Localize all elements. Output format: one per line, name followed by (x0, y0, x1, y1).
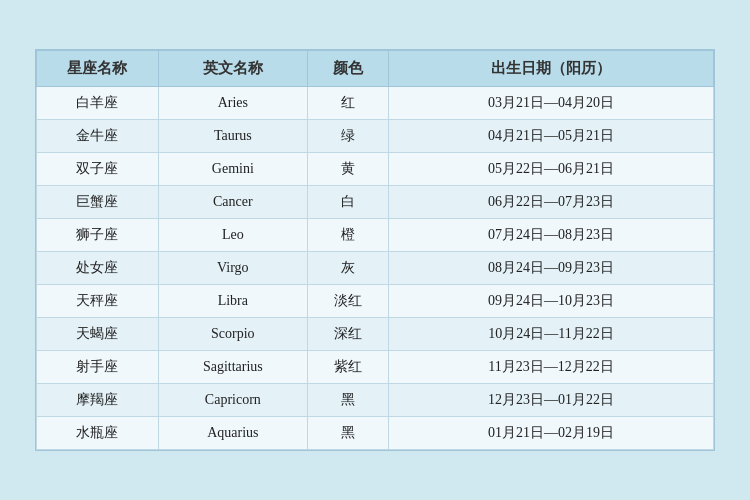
table-row: 金牛座Taurus绿04月21日—05月21日 (37, 120, 714, 153)
cell-zh-name: 摩羯座 (37, 384, 159, 417)
cell-date: 04月21日—05月21日 (389, 120, 714, 153)
cell-color: 灰 (307, 252, 388, 285)
cell-en-name: Capricorn (158, 384, 307, 417)
table-row: 摩羯座Capricorn黑12月23日—01月22日 (37, 384, 714, 417)
cell-date: 05月22日—06月21日 (389, 153, 714, 186)
cell-date: 11月23日—12月22日 (389, 351, 714, 384)
cell-date: 01月21日—02月19日 (389, 417, 714, 450)
cell-en-name: Aries (158, 87, 307, 120)
table-row: 巨蟹座Cancer白06月22日—07月23日 (37, 186, 714, 219)
cell-zh-name: 双子座 (37, 153, 159, 186)
cell-zh-name: 金牛座 (37, 120, 159, 153)
cell-en-name: Virgo (158, 252, 307, 285)
cell-zh-name: 巨蟹座 (37, 186, 159, 219)
cell-color: 紫红 (307, 351, 388, 384)
cell-en-name: Taurus (158, 120, 307, 153)
cell-color: 深红 (307, 318, 388, 351)
cell-zh-name: 射手座 (37, 351, 159, 384)
table-row: 白羊座Aries红03月21日—04月20日 (37, 87, 714, 120)
cell-color: 黄 (307, 153, 388, 186)
cell-en-name: Cancer (158, 186, 307, 219)
cell-date: 12月23日—01月22日 (389, 384, 714, 417)
cell-date: 08月24日—09月23日 (389, 252, 714, 285)
cell-color: 黑 (307, 384, 388, 417)
cell-en-name: Scorpio (158, 318, 307, 351)
cell-en-name: Sagittarius (158, 351, 307, 384)
header-zh-name: 星座名称 (37, 51, 159, 87)
cell-color: 淡红 (307, 285, 388, 318)
cell-color: 白 (307, 186, 388, 219)
table-row: 射手座Sagittarius紫红11月23日—12月22日 (37, 351, 714, 384)
table-row: 处女座Virgo灰08月24日—09月23日 (37, 252, 714, 285)
cell-date: 07月24日—08月23日 (389, 219, 714, 252)
cell-zh-name: 水瓶座 (37, 417, 159, 450)
cell-zh-name: 白羊座 (37, 87, 159, 120)
table-header-row: 星座名称 英文名称 颜色 出生日期（阳历） (37, 51, 714, 87)
cell-color: 橙 (307, 219, 388, 252)
cell-date: 09月24日—10月23日 (389, 285, 714, 318)
zodiac-table-container: 星座名称 英文名称 颜色 出生日期（阳历） 白羊座Aries红03月21日—04… (35, 49, 715, 451)
table-row: 天秤座Libra淡红09月24日—10月23日 (37, 285, 714, 318)
cell-date: 03月21日—04月20日 (389, 87, 714, 120)
cell-color: 红 (307, 87, 388, 120)
table-row: 狮子座Leo橙07月24日—08月23日 (37, 219, 714, 252)
cell-zh-name: 天秤座 (37, 285, 159, 318)
cell-en-name: Libra (158, 285, 307, 318)
table-row: 天蝎座Scorpio深红10月24日—11月22日 (37, 318, 714, 351)
cell-en-name: Aquarius (158, 417, 307, 450)
table-row: 水瓶座Aquarius黑01月21日—02月19日 (37, 417, 714, 450)
table-row: 双子座Gemini黄05月22日—06月21日 (37, 153, 714, 186)
header-color: 颜色 (307, 51, 388, 87)
cell-zh-name: 处女座 (37, 252, 159, 285)
cell-date: 06月22日—07月23日 (389, 186, 714, 219)
cell-color: 黑 (307, 417, 388, 450)
cell-en-name: Leo (158, 219, 307, 252)
cell-color: 绿 (307, 120, 388, 153)
zodiac-table: 星座名称 英文名称 颜色 出生日期（阳历） 白羊座Aries红03月21日—04… (36, 50, 714, 450)
cell-zh-name: 狮子座 (37, 219, 159, 252)
header-date: 出生日期（阳历） (389, 51, 714, 87)
header-en-name: 英文名称 (158, 51, 307, 87)
cell-en-name: Gemini (158, 153, 307, 186)
cell-date: 10月24日—11月22日 (389, 318, 714, 351)
cell-zh-name: 天蝎座 (37, 318, 159, 351)
